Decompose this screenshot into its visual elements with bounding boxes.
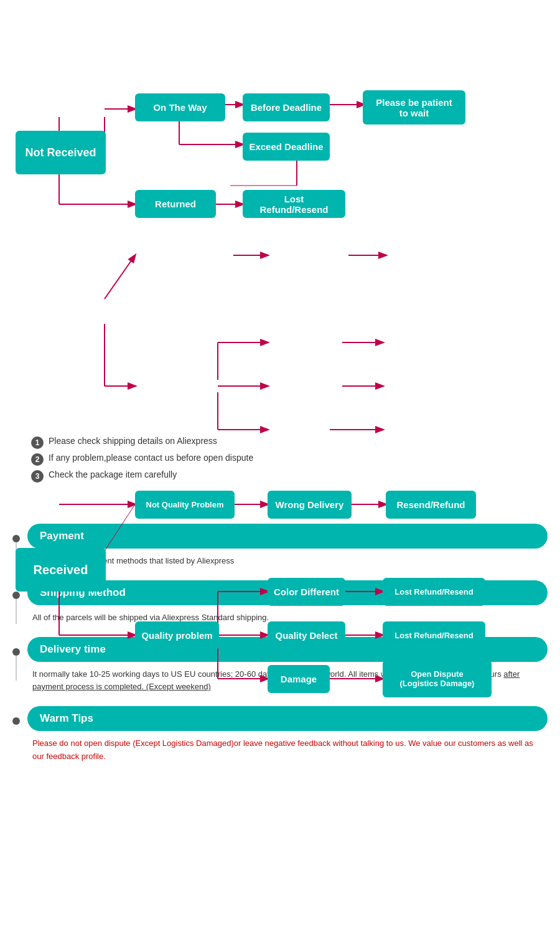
exceed-deadline-box: Exceed Deadline [243, 133, 330, 161]
damage-box: Damage [268, 665, 330, 693]
returned-box: Returned [135, 190, 216, 218]
warm-tips-dot-line [12, 706, 20, 725]
flowchart-section: Not Received On The Way Before Deadline … [0, 0, 560, 554]
received-box: Received [16, 548, 106, 592]
shipping-line [16, 599, 17, 624]
lost-refund-resend-color-box: Lost Refund/Resend [383, 578, 485, 606]
warm-tips-body: Please do not open dispute (Except Logis… [27, 737, 548, 763]
please-be-patient-box: Please be patientto wait [363, 90, 465, 125]
not-quality-problem-box: Not Quality Problem [135, 491, 235, 519]
quality-problem-box: Quality problem [135, 621, 219, 649]
warm-tips-title: Warm Tips [27, 706, 548, 731]
delivery-dot [12, 648, 20, 656]
lost-refund-resend-quality-box: Lost Refund/Resend [383, 621, 485, 649]
quality-defect-box: Quality Delect [268, 621, 345, 649]
on-the-way-box: On The Way [135, 93, 225, 121]
color-different-box: Color Different [268, 578, 345, 606]
flowchart-received: Received Not Quality Problem Wrong Deliv… [12, 274, 548, 542]
not-received-box: Not Received [16, 131, 106, 174]
lost-refund-resend-top-box: Lost Refund/Resend [243, 190, 345, 218]
flowchart: Not Received On The Way Before Deadline … [12, 25, 548, 262]
warm-tips-content: Warm Tips Please do not open dispute (Ex… [27, 706, 548, 763]
warm-tips-block: Warm Tips Please do not open dispute (Ex… [12, 706, 548, 763]
before-deadline-box: Before Deadline [243, 93, 330, 121]
svg-line-26 [105, 504, 135, 551]
delivery-line [16, 656, 17, 681]
open-dispute-box: Open Dispute(Logistics Damage) [383, 660, 492, 697]
wrong-delivery-box: Wrong Delivery [268, 491, 352, 519]
resend-refund-box: Resend/Refund [386, 491, 476, 519]
warm-tips-dot [12, 717, 20, 725]
delivery-dot-line [12, 637, 20, 681]
shipping-dot [12, 592, 20, 599]
